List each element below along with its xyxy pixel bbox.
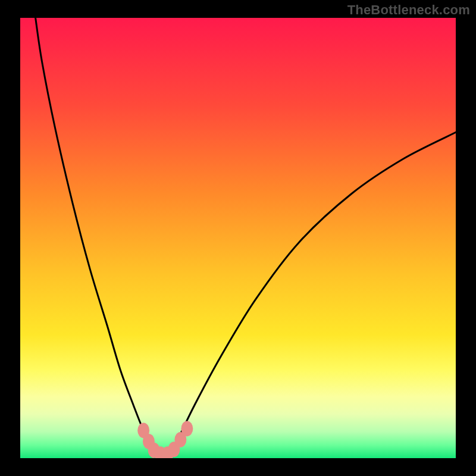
chart-frame: TheBottleneck.com <box>0 0 476 476</box>
watermark-text: TheBottleneck.com <box>347 2 470 18</box>
bottleneck-chart <box>0 0 476 476</box>
data-marker <box>181 421 193 436</box>
plot-background <box>20 18 456 458</box>
